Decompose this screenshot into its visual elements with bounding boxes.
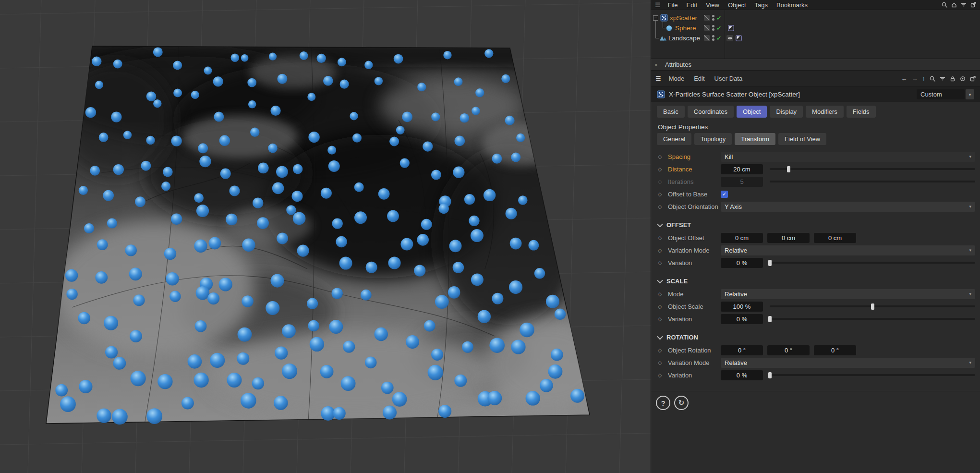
filter-icon[interactable] bbox=[940, 76, 945, 82]
object-scale-slider[interactable] bbox=[770, 302, 975, 312]
up-arrow-icon[interactable]: ↑ bbox=[922, 75, 926, 82]
display-tag-icon[interactable] bbox=[726, 35, 733, 41]
keyframe-diamond-icon[interactable]: ◇ bbox=[658, 191, 668, 197]
tab-basic[interactable]: Basic bbox=[657, 106, 685, 118]
scale-variation-input[interactable]: 0 % bbox=[721, 314, 763, 324]
menu-view[interactable]: View bbox=[702, 1, 724, 9]
object-rotation-b-input[interactable]: 0 ° bbox=[814, 345, 856, 355]
keyframe-diamond-icon[interactable]: ◇ bbox=[658, 316, 668, 322]
object-rotation-h-input[interactable]: 0 ° bbox=[721, 345, 763, 355]
search-icon[interactable] bbox=[942, 2, 947, 8]
popout-icon[interactable] bbox=[970, 76, 976, 82]
viewport-3d[interactable] bbox=[0, 0, 651, 473]
preset-select[interactable]: Custom bbox=[917, 89, 965, 99]
scale-mode-select[interactable]: Relative▾ bbox=[721, 289, 975, 299]
menu-edit[interactable]: Edit bbox=[682, 1, 702, 9]
section-offset[interactable]: OFFSET bbox=[651, 219, 980, 230]
rotation-variation-input[interactable]: 0 % bbox=[721, 370, 763, 380]
flag-tag-icon[interactable] bbox=[736, 35, 742, 41]
attr-menu-userdata[interactable]: User Data bbox=[710, 75, 748, 82]
subtab-transform[interactable]: Transform bbox=[735, 133, 775, 145]
keyframe-diamond-icon[interactable]: ◇ bbox=[658, 166, 668, 172]
subtab-topology[interactable]: Topology bbox=[694, 133, 732, 145]
object-orientation-select[interactable]: Y Axis▾ bbox=[721, 202, 975, 212]
object-offset-x-input[interactable]: 0 cm bbox=[721, 233, 763, 243]
subtab-field-of-view[interactable]: Field of View bbox=[778, 133, 826, 145]
keyframe-diamond-icon[interactable]: ◇ bbox=[658, 291, 668, 297]
keyframe-diamond-icon[interactable]: ◇ bbox=[658, 372, 668, 378]
layer-swatch-icon[interactable] bbox=[704, 35, 710, 41]
object-item-landscape[interactable]: Landscape bbox=[668, 35, 700, 42]
visibility-dots[interactable] bbox=[712, 25, 714, 31]
object-item-sphere[interactable]: Sphere bbox=[675, 24, 696, 32]
menu-hamburger-icon[interactable]: ☰ bbox=[655, 1, 661, 9]
rotation-variation-mode-select[interactable]: Relative▾ bbox=[721, 358, 975, 368]
preset-dropdown-arrow-icon[interactable]: ▾ bbox=[966, 89, 974, 99]
menu-object[interactable]: Object bbox=[724, 1, 750, 9]
layer-swatch-icon[interactable] bbox=[704, 15, 710, 21]
offset-variation-mode-select[interactable]: Relative▾ bbox=[721, 245, 975, 255]
menu-bookmarks[interactable]: Bookmarks bbox=[772, 1, 812, 9]
slider-handle[interactable] bbox=[768, 316, 772, 322]
visibility-dots[interactable] bbox=[712, 35, 714, 41]
section-scale[interactable]: SCALE bbox=[651, 275, 980, 287]
distance-slider[interactable] bbox=[770, 164, 975, 174]
slider-handle[interactable] bbox=[768, 372, 772, 378]
rotation-variation-slider[interactable] bbox=[770, 370, 975, 380]
enabled-check-icon[interactable]: ✓ bbox=[716, 15, 722, 21]
keyframe-diamond-icon[interactable]: ◇ bbox=[658, 360, 668, 366]
object-offset-y-input[interactable]: 0 cm bbox=[767, 233, 810, 243]
tree-expander[interactable]: − bbox=[653, 15, 658, 21]
popout-icon[interactable] bbox=[970, 2, 976, 8]
subtab-general[interactable]: General bbox=[657, 133, 691, 145]
tab-object[interactable]: Object bbox=[737, 106, 767, 118]
spacing-select[interactable]: Kill▾ bbox=[721, 152, 975, 162]
object-scale-input[interactable]: 100 % bbox=[721, 302, 763, 312]
object-rotation-p-input[interactable]: 0 ° bbox=[767, 345, 810, 355]
keyframe-diamond-icon[interactable]: ◇ bbox=[658, 235, 668, 241]
back-arrow-icon[interactable]: ← bbox=[901, 75, 907, 82]
filter-icon[interactable] bbox=[961, 2, 967, 8]
close-icon[interactable]: × bbox=[654, 62, 661, 68]
reset-icon[interactable]: ↻ bbox=[674, 396, 689, 410]
object-item-xpscatter[interactable]: xpScatter bbox=[670, 14, 697, 22]
layer-swatch-icon[interactable] bbox=[704, 25, 710, 31]
offset-to-base-checkbox[interactable]: ✓ bbox=[721, 191, 728, 198]
tab-coordinates[interactable]: Coordinates bbox=[688, 106, 734, 118]
keyframe-diamond-icon[interactable]: ◇ bbox=[658, 247, 668, 254]
sphere-object-icon bbox=[665, 24, 673, 32]
flag-tag-icon[interactable] bbox=[728, 25, 734, 31]
keyframe-diamond-icon[interactable]: ◇ bbox=[658, 154, 668, 160]
section-rotation[interactable]: ROTATION bbox=[651, 331, 980, 343]
slider-handle[interactable] bbox=[787, 166, 790, 172]
attr-menu-edit[interactable]: Edit bbox=[689, 75, 709, 82]
object-offset-z-input[interactable]: 0 cm bbox=[814, 233, 856, 243]
home-icon[interactable] bbox=[951, 2, 957, 8]
keyframe-diamond-icon[interactable]: ◇ bbox=[658, 347, 668, 353]
enabled-check-icon[interactable]: ✓ bbox=[716, 35, 722, 41]
menu-file[interactable]: File bbox=[664, 1, 682, 9]
search-icon[interactable] bbox=[930, 76, 935, 82]
distance-input[interactable]: 20 cm bbox=[721, 164, 763, 174]
scale-variation-slider[interactable] bbox=[770, 314, 975, 324]
keyframe-diamond-icon[interactable]: ◇ bbox=[658, 260, 668, 266]
target-icon[interactable] bbox=[960, 76, 966, 82]
tab-fields[interactable]: Fields bbox=[847, 106, 876, 118]
slider-handle[interactable] bbox=[871, 303, 874, 310]
tab-modifiers[interactable]: Modifiers bbox=[806, 106, 844, 118]
keyframe-diamond-icon[interactable]: ◇ bbox=[658, 204, 668, 210]
forward-arrow-icon[interactable]: → bbox=[912, 75, 918, 82]
offset-variation-slider[interactable] bbox=[770, 258, 975, 268]
tab-display[interactable]: Display bbox=[770, 106, 803, 118]
attr-menu-mode[interactable]: Mode bbox=[664, 75, 690, 82]
attributes-hamburger-icon[interactable]: ☰ bbox=[655, 75, 661, 82]
lock-icon[interactable] bbox=[950, 76, 956, 82]
slider-handle[interactable] bbox=[768, 260, 772, 266]
menu-tags[interactable]: Tags bbox=[750, 1, 772, 9]
visibility-dots[interactable] bbox=[712, 15, 714, 21]
distance-label: Distance bbox=[668, 166, 721, 173]
enabled-check-icon[interactable]: ✓ bbox=[716, 25, 722, 31]
offset-variation-input[interactable]: 0 % bbox=[721, 258, 763, 268]
help-icon[interactable]: ? bbox=[656, 396, 670, 410]
keyframe-diamond-icon[interactable]: ◇ bbox=[658, 303, 668, 310]
